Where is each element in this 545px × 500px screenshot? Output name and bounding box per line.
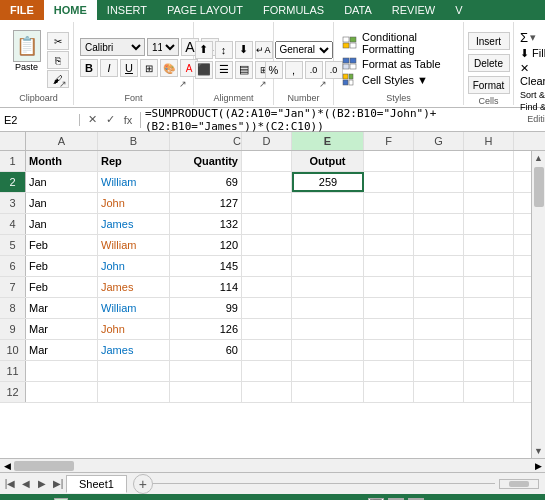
cell-G6[interactable] [414,256,464,276]
cell-F6[interactable] [364,256,414,276]
scroll-up-button[interactable]: ▲ [532,151,546,165]
cell-A12[interactable] [26,382,98,402]
cell-B3[interactable]: John [98,193,170,213]
cell-D2[interactable] [242,172,292,192]
scrollbar-thumb[interactable] [534,167,544,207]
cell-D10[interactable] [242,340,292,360]
align-center-button[interactable]: ☰ [215,61,233,79]
cell-F2[interactable] [364,172,414,192]
col-header-A[interactable]: A [26,132,98,150]
autosum-button[interactable]: Σ▾ [520,30,536,45]
cell-H8[interactable] [464,298,514,318]
tab-nav-prev[interactable]: ◀ [18,476,34,492]
col-header-C[interactable]: C [170,132,242,150]
cell-E3[interactable] [292,193,364,213]
cell-C10[interactable]: 60 [170,340,242,360]
cell-H10[interactable] [464,340,514,360]
tab-page-layout[interactable]: PAGE LAYOUT [157,0,253,20]
cell-C12[interactable] [170,382,242,402]
cell-B6[interactable]: John [98,256,170,276]
scrollbar-track[interactable] [532,165,545,444]
cell-B9[interactable]: John [98,319,170,339]
cell-C8[interactable]: 99 [170,298,242,318]
cell-H4[interactable] [464,214,514,234]
cell-B2[interactable]: William [98,172,170,192]
cell-G5[interactable] [414,235,464,255]
cell-G9[interactable] [414,319,464,339]
paste-button[interactable]: 📋 Paste [9,28,45,74]
cell-A10[interactable]: Mar [26,340,98,360]
cell-E9[interactable] [292,319,364,339]
border-button[interactable]: ⊞ [140,59,158,77]
cell-F1[interactable] [364,151,414,171]
cell-D4[interactable] [242,214,292,234]
cell-B7[interactable]: James [98,277,170,297]
scroll-down-button[interactable]: ▼ [532,444,546,458]
format-as-table-button[interactable]: Format as Table [340,56,457,72]
cell-F12[interactable] [364,382,414,402]
cell-G10[interactable] [414,340,464,360]
cell-B8[interactable]: William [98,298,170,318]
cell-A3[interactable]: Jan [26,193,98,213]
cell-B12[interactable] [98,382,170,402]
fill-color-button[interactable]: 🎨 [160,59,178,77]
sheet-tab-sheet1[interactable]: Sheet1 [66,475,127,493]
cell-E8[interactable] [292,298,364,318]
confirm-formula-button[interactable]: ✓ [102,112,118,128]
clear-button[interactable]: ✕ Clear▾ [520,62,545,88]
cell-E6[interactable] [292,256,364,276]
formula-input[interactable]: =SUMPRODUCT((A2:A10="Jan")*((B2:B10="Joh… [141,107,545,133]
cell-B4[interactable]: James [98,214,170,234]
cell-G4[interactable] [414,214,464,234]
cell-C3[interactable]: 127 [170,193,242,213]
cut-button[interactable]: ✂ [47,32,69,50]
scroll-right-button[interactable]: ▶ [531,459,545,473]
font-dialog-launcher[interactable]: ↗ [179,79,191,91]
cell-H1[interactable] [464,151,514,171]
align-middle-button[interactable]: ↕ [215,41,233,59]
cell-D7[interactable] [242,277,292,297]
tab-nav-next[interactable]: ▶ [34,476,50,492]
col-header-G[interactable]: G [414,132,464,150]
scrollbar-h-thumb[interactable] [14,461,74,471]
cell-B5[interactable]: William [98,235,170,255]
h-scroll-mini[interactable] [499,479,539,489]
tab-review[interactable]: REVIEW [382,0,445,20]
vertical-scrollbar[interactable]: ▲ ▼ [531,151,545,458]
cell-H12[interactable] [464,382,514,402]
cell-H7[interactable] [464,277,514,297]
delete-cells-button[interactable]: Delete [468,54,510,72]
tab-insert[interactable]: INSERT [97,0,157,20]
cell-D6[interactable] [242,256,292,276]
cell-H2[interactable] [464,172,514,192]
cell-C9[interactable]: 126 [170,319,242,339]
name-box[interactable]: E2 [0,114,80,126]
align-bottom-button[interactable]: ⬇ [235,41,253,59]
number-format-select[interactable]: General [275,41,333,59]
cell-C4[interactable]: 132 [170,214,242,234]
add-sheet-button[interactable]: + [133,474,153,494]
bold-button[interactable]: B [80,59,98,77]
cell-D11[interactable] [242,361,292,381]
cell-F8[interactable] [364,298,414,318]
cell-H5[interactable] [464,235,514,255]
cell-H9[interactable] [464,319,514,339]
cell-G1[interactable] [414,151,464,171]
tab-home[interactable]: HOME [44,0,97,20]
align-right-button[interactable]: ▤ [235,61,253,79]
cell-A9[interactable]: Mar [26,319,98,339]
cell-H11[interactable] [464,361,514,381]
cell-E12[interactable] [292,382,364,402]
align-left-button[interactable]: ⬛ [195,61,213,79]
comma-button[interactable]: , [285,61,303,79]
cell-G2[interactable] [414,172,464,192]
cell-G3[interactable] [414,193,464,213]
cell-F3[interactable] [364,193,414,213]
sort-filter-button[interactable]: Sort & [520,90,545,100]
clipboard-dialog-launcher[interactable]: ↗ [59,79,71,91]
cell-F11[interactable] [364,361,414,381]
horizontal-scrollbar[interactable]: ◀ ▶ [0,458,545,472]
cell-F7[interactable] [364,277,414,297]
cell-G7[interactable] [414,277,464,297]
cell-C11[interactable] [170,361,242,381]
